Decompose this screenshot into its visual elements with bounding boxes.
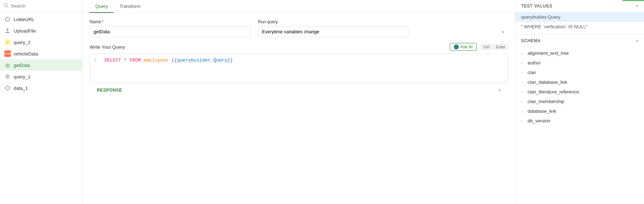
response-collapse-icon: ▾ <box>498 88 501 93</box>
test-values-section: TEST VALUES ▾ querybuilder.Query " WHERE… <box>515 0 644 35</box>
sidebar-item-label-data_1: data_1 <box>14 86 28 91</box>
icon-UploadFile <box>4 28 11 34</box>
select-chevron-icon: ▾ <box>502 29 504 34</box>
schema-item-label-2: clan <box>528 70 536 75</box>
svg-point-5 <box>7 76 8 77</box>
code-content: SELECT * FROM employees {{querybuilder.Q… <box>104 58 503 78</box>
right-panel: TEST VALUES ▾ querybuilder.Query " WHERE… <box>515 0 644 204</box>
icon-vehicleData: HTTP <box>4 50 11 57</box>
sql-keyword-select: SELECT <box>104 58 121 63</box>
schema-chevron-icon-7: › <box>521 119 525 123</box>
test-value-key-1: " WHERE `verfication` IS NULL" <box>521 24 638 29</box>
schema-item-6[interactable]: ›database_link <box>515 106 644 116</box>
run-query-select-wrap: Everytime variables change Manually On p… <box>258 26 508 37</box>
schema-header[interactable]: SCHEMA ▾ <box>515 35 644 47</box>
response-label: RESPONSE <box>97 88 122 93</box>
sidebar-item-label-LottieURL: LottieURL <box>14 17 34 22</box>
name-input[interactable] <box>90 26 251 37</box>
tab-query[interactable]: Query <box>90 0 114 13</box>
schema-chevron-icon-0: › <box>521 51 525 55</box>
schema-item-label-7: db_version <box>528 118 550 123</box>
schema-content: ›alignment_and_tree›author›clan›clan_dat… <box>515 47 644 127</box>
sidebar-item-label-query_2: query_2 <box>14 40 30 45</box>
search-bar <box>0 0 82 12</box>
write-query-header: Write Your Query Ask AI Ctrl Enter <box>90 43 508 51</box>
sidebar-item-label-getData: getData <box>14 63 30 68</box>
test-values-collapse-icon: ▾ <box>636 4 638 9</box>
sidebar: LottieURLUploadFile⚡query_2HTTPvehicleDa… <box>0 0 82 204</box>
test-values-header[interactable]: TEST VALUES ▾ <box>515 0 644 12</box>
schema-chevron-icon-5: › <box>521 99 525 104</box>
schema-item-4[interactable]: ›clan_literature_reference <box>515 87 644 97</box>
test-value-key-0: querybuilder.Query <box>521 14 638 20</box>
test-values-content: querybuilder.Query " WHERE `verfication`… <box>515 12 644 34</box>
sidebar-item-label-query_1: query_1 <box>14 74 30 79</box>
ask-ai-icon <box>454 44 459 49</box>
test-values-title: TEST VALUES <box>521 4 552 9</box>
svg-marker-6 <box>5 86 10 90</box>
sidebar-item-data_1[interactable]: data_1 <box>0 82 82 94</box>
sidebar-item-label-UploadFile: UploadFile <box>14 28 36 34</box>
schema-item-5[interactable]: ›clan_membership <box>515 97 644 106</box>
query-panel: Name* Run query Everytime variables chan… <box>82 13 515 204</box>
tabs-bar: Query Transform <box>82 0 515 13</box>
schema-chevron-icon-4: › <box>521 90 525 94</box>
sidebar-item-LottieURL[interactable]: LottieURL <box>0 14 82 25</box>
schema-chevron-icon-3: › <box>521 80 525 84</box>
sidebar-item-getData[interactable]: ◎getData <box>0 59 82 71</box>
schema-item-label-1: author <box>528 60 541 65</box>
name-field-group: Name* <box>90 19 251 37</box>
icon-LottieURL <box>4 16 11 23</box>
sidebar-item-label-vehicleData: vehicleData <box>14 51 38 57</box>
svg-rect-3 <box>5 32 10 33</box>
search-input[interactable] <box>11 3 78 9</box>
ask-ai-button[interactable]: Ask AI <box>450 43 477 51</box>
keyboard-hints: Ctrl Enter <box>481 44 508 50</box>
sidebar-item-UploadFile[interactable]: UploadFile <box>0 25 82 37</box>
icon-data_1 <box>4 85 11 91</box>
icon-query_1 <box>4 73 11 80</box>
response-body <box>90 96 508 161</box>
schema-item-label-3: clan_database_link <box>528 79 567 85</box>
run-query-label: Run query <box>258 19 508 24</box>
schema-item-label-5: clan_membership <box>528 99 564 104</box>
schema-item-2[interactable]: ›clan <box>515 68 644 77</box>
schema-title: SCHEMA <box>521 38 541 43</box>
sidebar-item-query_1[interactable]: query_1 <box>0 71 82 82</box>
line-numbers: 1 <box>94 58 99 78</box>
sidebar-item-query_2[interactable]: ⚡query_2 <box>0 37 82 48</box>
tab-transform[interactable]: Transform <box>114 0 146 13</box>
schema-chevron-icon-6: › <box>521 109 525 113</box>
run-query-select[interactable]: Everytime variables change Manually On p… <box>258 26 409 37</box>
schema-chevron-icon-1: › <box>521 61 525 65</box>
sql-star: * <box>124 58 130 63</box>
name-label: Name* <box>90 19 251 24</box>
schema-chevron-icon-2: › <box>521 71 525 75</box>
schema-item-label-0: alignment_and_tree <box>528 50 569 56</box>
response-section: RESPONSE ▾ <box>90 84 508 161</box>
test-value-row-0: querybuilder.Query <box>515 12 644 22</box>
code-editor[interactable]: 1 SELECT * FROM employees {{querybuilder… <box>90 54 508 82</box>
write-query-label: Write Your Query <box>90 44 125 50</box>
schema-item-1[interactable]: ›author <box>515 58 644 68</box>
schema-collapse-icon: ▾ <box>636 38 638 43</box>
sidebar-item-vehicleData[interactable]: HTTPvehicleData <box>0 48 82 59</box>
schema-item-3[interactable]: ›clan_database_link <box>515 77 644 87</box>
kbd-ctrl: Ctrl <box>481 44 492 50</box>
schema-item-label-6: database_link <box>528 108 556 114</box>
top-progress-bar <box>622 0 644 1</box>
required-marker: * <box>102 19 104 24</box>
response-header[interactable]: RESPONSE ▾ <box>90 84 508 96</box>
icon-getData: ◎ <box>4 62 11 68</box>
sidebar-items-list: LottieURLUploadFile⚡query_2HTTPvehicleDa… <box>0 12 82 204</box>
schema-item-7[interactable]: ›db_version <box>515 116 644 126</box>
sql-keyword-from: FROM <box>129 58 140 63</box>
icon-query_2: ⚡ <box>4 39 11 45</box>
sql-table-name: employees <box>143 58 168 63</box>
kbd-enter: Enter <box>493 44 508 50</box>
svg-line-1 <box>7 6 9 8</box>
run-query-field-group: Run query Everytime variables change Man… <box>258 19 508 37</box>
schema-section: SCHEMA ▾ ›alignment_and_tree›author›clan… <box>515 35 644 204</box>
main-content: Query Transform Name* Run query Everytim… <box>82 0 515 204</box>
schema-item-0[interactable]: ›alignment_and_tree <box>515 48 644 58</box>
